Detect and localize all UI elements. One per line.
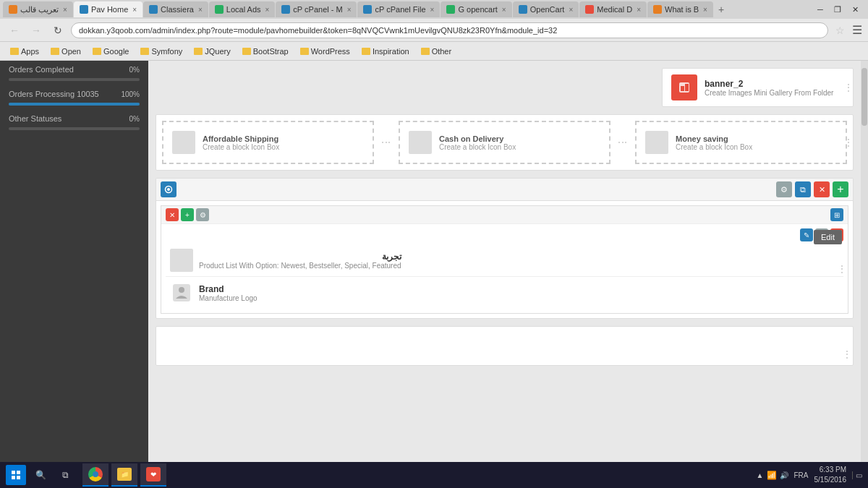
tab-1-close[interactable]: ×	[63, 6, 67, 14]
row-settings-button[interactable]: ⚙	[776, 181, 792, 197]
between-handle-1[interactable]: ⋮	[380, 121, 393, 164]
taskbar-time-value: 6:33 PM	[814, 465, 847, 475]
orders-completed-row: Orders Completed 0%	[0, 61, 148, 78]
refresh-button[interactable]: ↻	[49, 22, 67, 39]
tab-favicon-6	[363, 5, 372, 14]
new-tab-button[interactable]: +	[714, 4, 728, 15]
row-toolbar-right: ⚙ ⧉ ✕ +	[776, 181, 848, 197]
tab-6-close[interactable]: ×	[430, 6, 435, 14]
start-button[interactable]	[6, 465, 26, 485]
tab-2-close[interactable]: ×	[132, 6, 137, 14]
icon-box-3-title: Money saving	[676, 134, 752, 143]
tab-7-close[interactable]: ×	[502, 6, 506, 14]
address-bar[interactable]: dokkan.y3qoob.com/admin/index.php?route=…	[71, 22, 828, 38]
bookmark-wordpress[interactable]: WordPress	[296, 46, 354, 57]
close-button[interactable]: ✕	[848, 4, 862, 15]
icon-boxes-handle[interactable]: ⋮	[844, 115, 853, 170]
sub-row-add-btn[interactable]: +	[181, 208, 194, 221]
brand-subtitle: Manufacture Logo	[199, 294, 258, 302]
between-handle-2[interactable]: ⋮	[616, 121, 629, 164]
chrome-menu[interactable]: ☰	[852, 23, 862, 37]
row-settings-icon[interactable]	[161, 181, 176, 197]
forward-button[interactable]: →	[27, 22, 45, 39]
tab-6-label: cP cPanel File	[375, 5, 425, 14]
folder-icon	[421, 48, 430, 55]
tab-9-close[interactable]: ×	[637, 6, 641, 14]
folder-icon	[93, 48, 101, 55]
tab-3[interactable]: Classiera ×	[143, 1, 208, 17]
bookmark-google[interactable]: Google	[88, 46, 133, 57]
sub-row-right-btn: ⊞	[830, 208, 843, 221]
bookmark-other[interactable]: Other	[417, 46, 456, 57]
row-delete-button[interactable]: ✕	[814, 181, 830, 197]
bookmark-symfony-label: Symfony	[151, 47, 182, 56]
sub-row-expand-btn[interactable]: ⊞	[830, 208, 843, 221]
tab-7[interactable]: G opencart ×	[441, 1, 511, 17]
tab-8[interactable]: OpenCart ×	[513, 1, 579, 17]
sub-row-delete-btn[interactable]: ✕	[166, 208, 179, 221]
sub-row-handle[interactable]: ⋮	[838, 264, 846, 274]
minimize-button[interactable]: ─	[813, 4, 827, 15]
orders-completed-value: 0%	[129, 66, 140, 74]
svg-rect-9	[12, 476, 15, 479]
system-tray: ▲ 📶 🔊	[757, 471, 788, 480]
bookmark-inspiration-label: Inspiration	[373, 47, 409, 56]
banner-handle[interactable]: ⋮	[844, 69, 853, 106]
tab-10-close[interactable]: ×	[703, 6, 707, 14]
tab-4[interactable]: Local Ads ×	[209, 1, 276, 17]
taskbar-task-view[interactable]: ⧉	[55, 465, 75, 485]
tab-5-close[interactable]: ×	[347, 6, 352, 14]
tab-1[interactable]: تعريب قالب ×	[3, 1, 73, 17]
scrollbar-thumb[interactable]	[861, 68, 867, 126]
bookmark-apps[interactable]: Apps	[6, 46, 43, 57]
icon-box-2[interactable]: Cash on Delivery Create a block Icon Box	[399, 121, 610, 164]
row-duplicate-button[interactable]: ⧉	[795, 181, 811, 197]
bookmark-bootstrap-label: BootStrap	[253, 47, 289, 56]
back-button[interactable]: ←	[6, 22, 23, 39]
tab-8-close[interactable]: ×	[569, 6, 573, 14]
page-scrollbar[interactable]	[861, 61, 868, 462]
row-add-button[interactable]: +	[833, 181, 848, 197]
product-info: تجربة Product List With Option: Newest, …	[199, 252, 401, 270]
icon-box-3[interactable]: Money saving Create a block Icon Box	[635, 121, 847, 164]
tab-2[interactable]: Pav Home ×	[74, 1, 142, 17]
tab-9[interactable]: Medical D ×	[579, 1, 647, 17]
taskbar-app-chrome[interactable]	[82, 463, 109, 487]
tray-up-arrow[interactable]: ▲	[757, 471, 764, 479]
bookmark-open[interactable]: Open	[46, 46, 85, 57]
page-content: banner_2 Create Images Mini Gallery From…	[148, 61, 861, 462]
restore-button[interactable]: ❐	[830, 4, 845, 15]
bookmark-bootstrap[interactable]: BootStrap	[238, 46, 293, 57]
folder-icon	[362, 48, 370, 55]
sub-row-settings-btn[interactable]: ⚙	[196, 208, 209, 221]
tab-5[interactable]: cP cPanel - M ×	[276, 1, 357, 17]
taskbar-app-file[interactable]: 📁	[111, 463, 137, 487]
empty-section-handle[interactable]: ⋮	[843, 349, 851, 359]
bookmark-inspiration[interactable]: Inspiration	[357, 46, 414, 57]
banner-inner: banner_2 Create Images Mini Gallery From…	[671, 74, 833, 100]
bookmark-jquery[interactable]: JQuery	[190, 46, 234, 57]
taskbar-show-desktop[interactable]: ▭	[852, 471, 862, 479]
taskbar-search-button[interactable]: 🔍	[30, 465, 51, 485]
product-edit-icon[interactable]: ✎	[800, 228, 813, 241]
bookmark-star[interactable]: ☆	[833, 25, 848, 36]
tab-3-label: Classiera	[161, 5, 194, 14]
taskbar-app-extra[interactable]: ❤	[140, 463, 166, 487]
tab-favicon-10	[653, 5, 662, 14]
tab-3-close[interactable]: ×	[198, 6, 203, 14]
tab-10[interactable]: What is B ×	[647, 1, 713, 17]
edit-button[interactable]: Edit	[814, 230, 842, 244]
tray-volume[interactable]: 🔊	[780, 471, 788, 479]
tab-4-close[interactable]: ×	[265, 6, 270, 14]
orders-processing-progress	[9, 103, 140, 106]
tab-6[interactable]: cP cPanel File ×	[357, 1, 440, 17]
tab-favicon-9	[585, 5, 594, 14]
bookmark-symfony[interactable]: Symfony	[136, 46, 187, 57]
svg-rect-2	[685, 84, 689, 91]
other-statuses-value: 0%	[129, 115, 140, 123]
icon-box-1[interactable]: Affordable Shipping Create a block Icon …	[162, 121, 374, 164]
folder-icon	[51, 48, 59, 55]
icon-box-3-text: Money saving Create a block Icon Box	[676, 134, 752, 151]
banner-subtitle: Create Images Mini Gallery From Folder	[705, 89, 833, 97]
orders-processing-row: Orders Processing 10035 100%	[0, 85, 148, 103]
